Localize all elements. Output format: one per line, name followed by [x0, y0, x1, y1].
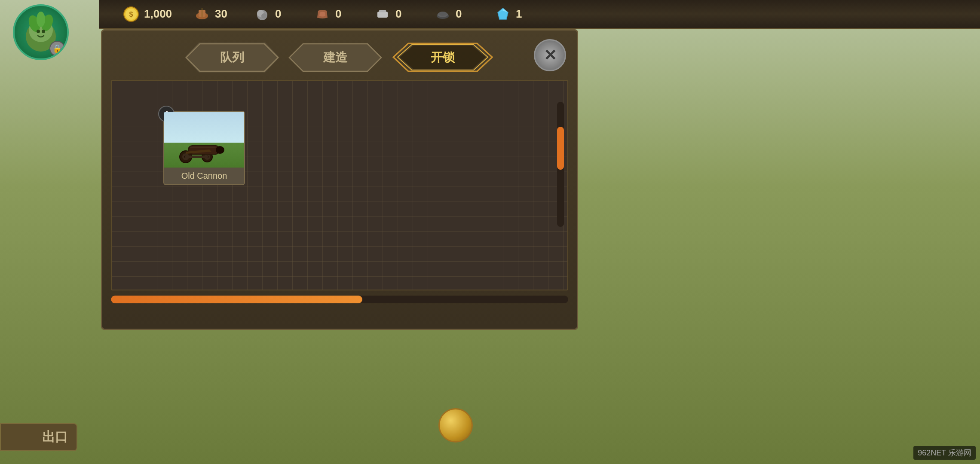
main-panel: 队列 建造 开锁 ✕ — [101, 29, 578, 330]
player-avatar[interactable]: 🔒 — [13, 4, 77, 69]
gold-icon: $ — [122, 6, 140, 23]
resource-dark: 0 — [423, 6, 484, 23]
cannon-image — [164, 112, 244, 168]
resource-stone: 0 — [243, 6, 303, 23]
tab-unlock-label: 开锁 — [431, 49, 455, 66]
tab-build[interactable]: 建造 — [288, 43, 383, 73]
leather-value: 0 — [335, 7, 352, 21]
resource-gold: $ 1,000 — [112, 6, 183, 23]
content-area: I — [111, 80, 568, 290]
svg-point-34 — [216, 146, 224, 154]
item-card-cannon[interactable]: I — [163, 111, 245, 185]
close-icon: ✕ — [544, 46, 557, 64]
resource-wood: 30 — [183, 6, 243, 23]
dark-icon — [434, 6, 451, 23]
scrollbar-track[interactable] — [557, 102, 564, 227]
resource-gem: 1 — [484, 6, 544, 23]
wood-icon — [193, 6, 211, 23]
gem-value: 1 — [516, 7, 533, 21]
svg-point-24 — [42, 30, 45, 33]
svg-rect-31 — [185, 156, 208, 158]
svg-marker-17 — [498, 11, 508, 19]
dark-value: 0 — [456, 7, 473, 21]
svg-point-23 — [37, 30, 40, 33]
tab-unlock[interactable]: 开锁 — [391, 41, 494, 73]
resource-leather: 0 — [303, 6, 363, 23]
svg-point-8 — [261, 13, 266, 18]
svg-text:$: $ — [129, 11, 133, 18]
scrollbar-thumb[interactable] — [557, 127, 564, 170]
metal-icon — [374, 6, 391, 23]
exit-label: 出口 — [42, 428, 68, 446]
close-button[interactable]: ✕ — [534, 39, 566, 71]
stone-icon — [254, 6, 271, 23]
ground-coin — [438, 408, 473, 443]
progress-bar — [111, 296, 568, 303]
tab-queue[interactable]: 队列 — [185, 43, 279, 73]
svg-rect-35 — [190, 147, 216, 148]
exit-button[interactable]: 出口 — [0, 423, 77, 451]
avatar-circle: 🔒 — [13, 4, 69, 60]
progress-fill — [111, 296, 362, 303]
gem-icon — [494, 6, 511, 23]
svg-point-22 — [37, 12, 45, 27]
tab-queue-label: 队列 — [220, 49, 244, 66]
leather-icon — [314, 6, 331, 23]
tab-build-label: 建造 — [323, 49, 347, 66]
cannon-svg — [173, 133, 229, 163]
tabs-container: 队列 建造 开锁 ✕ — [102, 31, 577, 80]
wood-value: 30 — [215, 7, 232, 21]
resource-metal: 0 — [363, 6, 423, 23]
svg-point-14 — [438, 12, 447, 16]
svg-rect-10 — [379, 10, 386, 12]
top-resource-bar: $ 1,000 30 0 — [99, 0, 980, 29]
watermark: 962NET 乐游网 — [913, 446, 976, 460]
lock-badge: 🔒 — [49, 41, 65, 56]
gold-value: 1,000 — [144, 7, 172, 21]
metal-value: 0 — [395, 7, 413, 21]
item-name: Old Cannon — [164, 168, 244, 184]
svg-rect-11 — [378, 12, 387, 13]
stone-value: 0 — [275, 7, 292, 21]
